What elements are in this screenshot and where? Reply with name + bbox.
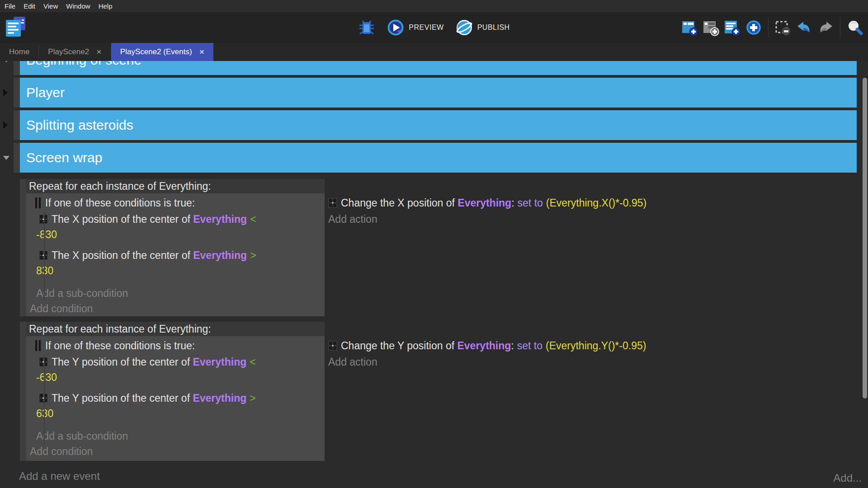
menu-file[interactable]: File	[5, 2, 15, 10]
group-header-partial-wrap: Beginning of scene	[0, 61, 868, 75]
event-gutter[interactable]	[14, 78, 20, 108]
condition-row[interactable]: The X position of the center of Everythi…	[39, 249, 325, 262]
conditions-column: Repeat for each instance of Everything: …	[26, 179, 325, 316]
fold-column	[0, 61, 14, 75]
menu-bar: File Edit View Window Help	[0, 0, 868, 12]
tab-playscene2-events[interactable]: PlayScene2 (Events) ✕	[111, 43, 213, 61]
tab-playscene2-label: PlayScene2	[48, 47, 89, 56]
close-tab-icon[interactable]: ✕	[199, 48, 205, 56]
or-icon	[35, 340, 41, 351]
fold-column	[0, 143, 14, 173]
position-icon	[39, 214, 48, 224]
toolbar-separator	[840, 18, 840, 38]
action-text: Change the X position of	[341, 197, 458, 209]
event-row: Repeat for each instance of Everything: …	[0, 322, 857, 461]
group-header-player[interactable]: Player	[20, 78, 857, 108]
menu-view[interactable]: View	[43, 2, 58, 10]
object-name: Everything	[193, 392, 246, 404]
delete-selection-icon[interactable]	[774, 19, 792, 36]
preview-button[interactable]: PREVIEW	[387, 19, 443, 36]
position-icon	[39, 357, 48, 367]
publish-button[interactable]: PUBLISH	[456, 19, 510, 36]
add-sub-condition-link[interactable]: Add a sub-condition	[36, 429, 325, 443]
condition-row[interactable]: The X position of the center of Everythi…	[39, 212, 325, 226]
event-row: Repeat for each instance of Everything: …	[0, 179, 857, 316]
object-name: Everything	[193, 249, 247, 261]
add-more-link[interactable]: Add...	[833, 472, 862, 484]
actions-column: Change the X position of Everything:set …	[325, 179, 857, 316]
preview-play-icon	[387, 19, 404, 36]
indent-guide	[44, 355, 45, 445]
actions-column: Change the Y position of Everything:set …	[325, 322, 857, 461]
object-name: Everything	[193, 356, 246, 368]
fold-column	[0, 78, 14, 108]
or-icon	[35, 197, 41, 208]
condition-value[interactable]: 630	[36, 407, 325, 420]
tab-playscene2[interactable]: PlayScene2 ✕	[39, 43, 110, 61]
position-icon	[39, 393, 48, 403]
add-sub-condition-link[interactable]: Add a sub-condition	[36, 286, 325, 300]
add-action-link[interactable]: Add action	[328, 212, 857, 226]
event-gutter[interactable]	[14, 143, 20, 173]
conditions-panel: If one of these conditions is true: The …	[26, 193, 325, 316]
add-event-icon[interactable]	[681, 19, 698, 36]
chevron-down-icon[interactable]	[3, 61, 9, 62]
close-tab-icon[interactable]: ✕	[96, 48, 102, 56]
menu-window[interactable]: Window	[66, 2, 90, 10]
add-action-link[interactable]: Add action	[328, 355, 857, 369]
condition-value[interactable]: -830	[36, 228, 325, 241]
chevron-right-icon[interactable]	[3, 89, 8, 96]
action-text: Change the Y position of	[341, 340, 457, 352]
or-condition-header[interactable]: If one of these conditions is true:	[35, 196, 325, 210]
conditions-column: Repeat for each instance of Everything: …	[26, 322, 325, 461]
or-header-label: If one of these conditions is true:	[45, 340, 195, 352]
event-gutter[interactable]	[20, 179, 26, 316]
repeat-event-header[interactable]: Repeat for each instance of Everything:	[26, 322, 325, 336]
add-new-event-link[interactable]: Add a new event	[19, 470, 868, 483]
add-subevent-icon[interactable]	[703, 19, 720, 36]
menu-help[interactable]: Help	[99, 2, 113, 10]
toolbar-separator	[768, 18, 769, 38]
group-header-beginning-of-scene[interactable]: Beginning of scene	[20, 61, 857, 75]
add-comment-icon[interactable]	[724, 19, 741, 36]
or-condition-header[interactable]: If one of these conditions is true:	[35, 339, 325, 352]
condition-value[interactable]: -630	[36, 371, 325, 384]
group-header-screen-wrap[interactable]: Screen wrap	[20, 143, 857, 173]
publish-planet-icon	[456, 19, 473, 36]
repeat-event-header[interactable]: Repeat for each instance of Everything:	[26, 179, 325, 193]
conditions-panel: If one of these conditions is true: The …	[26, 336, 325, 461]
search-events-icon[interactable]	[846, 19, 863, 36]
fold-column	[0, 179, 20, 316]
debugger-bug-icon[interactable]	[358, 19, 375, 36]
event-gutter[interactable]	[14, 61, 20, 75]
action-row[interactable]: Change the Y position of Everything:set …	[328, 339, 857, 352]
choose-add-event-icon[interactable]	[745, 19, 762, 36]
action-expression: (Everything.Y()*-0.95)	[546, 340, 646, 352]
action-expression: (Everything.X()*-0.95)	[546, 197, 646, 209]
chevron-right-icon[interactable]	[3, 122, 8, 129]
menu-edit[interactable]: Edit	[24, 2, 35, 10]
redo-icon[interactable]	[817, 19, 834, 36]
condition-operator: <	[250, 213, 256, 225]
condition-text: The Y position of the center of	[52, 356, 193, 368]
undo-icon[interactable]	[796, 19, 813, 36]
event-gutter[interactable]	[14, 110, 20, 140]
object-name: Everything	[193, 213, 247, 225]
fold-column	[0, 322, 20, 461]
tab-home[interactable]: Home	[0, 43, 38, 61]
action-row[interactable]: Change the X position of Everything:set …	[328, 196, 857, 210]
action-separator: :	[511, 197, 514, 209]
event-gutter[interactable]	[20, 322, 26, 461]
group-header-splitting-asteroids[interactable]: Splitting asteroids	[20, 110, 857, 140]
chevron-down-icon[interactable]	[3, 156, 9, 160]
condition-value[interactable]: 830	[36, 264, 325, 277]
gdevelop-window: File Edit View Window Help	[0, 0, 868, 488]
condition-row[interactable]: The Y position of the center of Everythi…	[39, 391, 325, 405]
condition-row[interactable]: The Y position of the center of Everythi…	[39, 355, 325, 369]
add-condition-link[interactable]: Add condition	[30, 445, 325, 458]
tab-home-label: Home	[9, 47, 29, 56]
preview-label: PREVIEW	[409, 23, 443, 32]
condition-text: The X position of the center of	[52, 213, 193, 225]
vertical-scrollbar-thumb[interactable]	[863, 78, 867, 399]
add-condition-link[interactable]: Add condition	[30, 302, 325, 315]
